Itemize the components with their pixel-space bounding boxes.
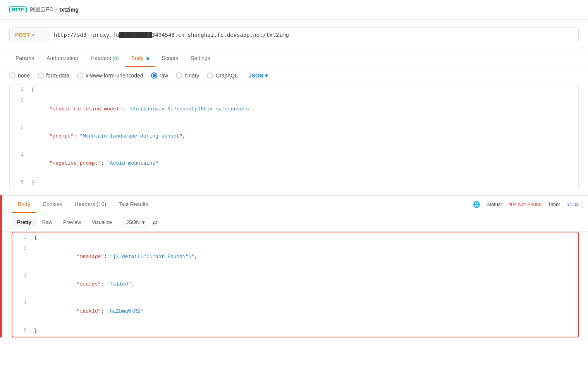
resp-val-message: "{\"detail\":\"Not Found\"}" <box>110 254 194 260</box>
tab-body[interactable]: Body <box>125 50 156 67</box>
time-label: Time: <box>548 201 560 207</box>
radio-graphql <box>207 72 213 79</box>
resp-code-line-5: 5 } <box>12 325 578 337</box>
globe-icon: 🌐 <box>473 201 480 208</box>
code-line-2: 2 "stable_diffusion_model": "chilloutmix… <box>10 96 578 123</box>
breadcrumb-parent[interactable]: 阿里云FC <box>30 6 53 13</box>
request-body-editor[interactable]: 1 { 2 "stable_diffusion_model": "chillou… <box>9 84 579 189</box>
resp-code-line-2: 2 "message": "{\"detail\":\"Not Found\"}… <box>12 244 578 271</box>
code-line-4: 4 "negative_prompt": "Avoid mountains" <box>10 150 578 177</box>
body-dot <box>146 57 149 60</box>
resp-line-4-content: "taskId": "hLZbmqWkR2" <box>31 298 146 325</box>
body-type-graphql[interactable]: GraphQL <box>207 72 238 79</box>
http-badge: HTTP <box>9 6 27 13</box>
resp-key-message: "message" <box>77 254 104 260</box>
status-label: Status: <box>487 201 502 207</box>
tab-authorization[interactable]: Authorization <box>40 50 84 67</box>
body-type-raw[interactable]: raw <box>151 72 168 79</box>
resp-val-status: "failed" <box>107 281 131 287</box>
radio-raw <box>151 72 157 79</box>
code-line-5: 5 } <box>10 177 578 189</box>
json-format-selector[interactable]: JSON ▾ <box>249 72 268 79</box>
resp-key-status: "status" <box>77 281 101 287</box>
response-tab-body[interactable]: Body <box>12 196 36 213</box>
response-tab-headers[interactable]: Headers (10) <box>69 196 113 213</box>
request-tabs-section: Params Authorization Headers (9) Body Sc… <box>0 50 588 67</box>
chevron-down-icon: ▾ <box>32 33 34 37</box>
wrap-icon[interactable]: ⇄ <box>152 218 157 226</box>
radio-urlencoded <box>77 72 83 79</box>
code-line-1: 1 { <box>10 84 578 96</box>
val-negative-prompt: "Avoid mountains" <box>107 160 158 166</box>
response-section-wrapper: Body Cookies Headers (10) Test Results 🌐… <box>0 195 588 337</box>
json-format-label: JSON <box>249 72 263 79</box>
tab-headers[interactable]: Headers (9) <box>84 50 125 67</box>
resp-line-1-content: { <box>31 232 40 244</box>
breadcrumb: 阿里云FC / txt2img <box>30 6 79 13</box>
key-stable-diffusion: "stable_diffusion_model" <box>50 106 122 112</box>
tab-scripts[interactable]: Scripts <box>155 50 184 67</box>
val-prompt: "Mountain landscape during sunset" <box>80 133 182 139</box>
sub-tab-preview[interactable]: Preview <box>58 217 86 227</box>
key-prompt: "prompt" <box>50 133 74 139</box>
line-2-content: "stable_diffusion_model": "chilloutmix_N… <box>28 96 258 123</box>
sub-tab-pretty[interactable]: Pretty <box>12 217 37 227</box>
breadcrumb-separator: / <box>55 7 57 13</box>
resp-val-taskid: "hLZbmqWkR2" <box>107 308 143 314</box>
resp-line-num-5: 5 <box>12 325 31 336</box>
sub-tab-visualize[interactable]: Visualize <box>86 217 117 227</box>
resp-line-2-content: "message": "{\"detail\":\"Not Found\"}", <box>31 244 201 271</box>
response-meta: 🌐 Status: 404 Not Found Time: 54.0s <box>473 201 579 208</box>
line-4-content: "negative_prompt": "Avoid mountains" <box>28 150 162 177</box>
response-tabs: Body Cookies Headers (10) Test Results <box>12 196 154 213</box>
sub-tabs-bar: Pretty Raw Preview Visualize JSON ▾ ⇄ <box>2 213 588 232</box>
response-section: Body Cookies Headers (10) Test Results 🌐… <box>2 195 588 337</box>
body-type-urlencoded[interactable]: x-www-form-urlencoded <box>77 72 143 79</box>
left-accent <box>0 195 2 337</box>
radio-none <box>9 72 15 79</box>
resp-line-num-1: 1 <box>12 232 31 243</box>
resp-code-line-3: 3 "status": "failed", <box>12 271 578 298</box>
response-headers-badge: (10) <box>96 201 106 207</box>
response-tab-test-results[interactable]: Test Results <box>112 196 154 213</box>
time-value: 54.0s <box>566 201 579 207</box>
resp-line-5-content: } <box>31 325 40 337</box>
body-type-none[interactable]: none <box>9 72 30 79</box>
response-format-selector[interactable]: JSON ▾ <box>122 217 149 227</box>
body-type-binary[interactable]: binary <box>176 72 199 79</box>
line-num-1: 1 <box>10 84 28 95</box>
body-type-form-data[interactable]: form-data <box>38 72 69 79</box>
tab-params[interactable]: Params <box>9 50 40 67</box>
body-type-binary-label: binary <box>184 72 199 79</box>
response-tab-cookies[interactable]: Cookies <box>36 196 69 213</box>
json-chevron-icon: ▾ <box>265 72 268 79</box>
body-type-raw-label: raw <box>160 72 168 79</box>
line-num-5: 5 <box>10 177 28 188</box>
format-chevron-icon: ▾ <box>142 219 145 225</box>
line-5-content: } <box>28 177 38 189</box>
url-input[interactable] <box>48 28 578 42</box>
header: HTTP 阿里云FC / txt2img <box>0 0 588 20</box>
response-body-editor: 1 { 2 "message": "{\"detail\":\"Not Foun… <box>12 232 579 337</box>
radio-binary <box>176 72 182 79</box>
line-num-3: 3 <box>10 123 28 133</box>
method-selector[interactable]: POST ▾ <box>10 28 48 42</box>
line-num-2: 2 <box>10 96 28 106</box>
resp-code-line-1: 1 { <box>12 232 578 244</box>
resp-line-num-2: 2 <box>12 244 31 254</box>
body-type-urlencoded-label: x-www-form-urlencoded <box>86 72 143 79</box>
status-value: 404 Not Found <box>508 201 542 207</box>
val-stable-diffusion: "chilloutmix_NiPrunedFp16Fix.safetensors… <box>128 106 252 112</box>
resp-line-num-4: 4 <box>12 298 31 308</box>
radio-form-data <box>38 72 44 79</box>
request-tabs: Params Authorization Headers (9) Body Sc… <box>9 50 579 67</box>
line-3-content: "prompt": "Mountain landscape during sun… <box>28 123 189 150</box>
method-label: POST <box>15 32 30 38</box>
tab-settings[interactable]: Settings <box>184 50 217 67</box>
code-line-3: 3 "prompt": "Mountain landscape during s… <box>10 123 578 150</box>
sub-tab-raw[interactable]: Raw <box>37 217 58 227</box>
url-bar-section: POST ▾ <box>0 20 588 50</box>
resp-code-line-4: 4 "taskId": "hLZbmqWkR2" <box>12 298 578 325</box>
resp-key-taskid: "taskId" <box>77 308 101 314</box>
body-type-graphql-label: GraphQL <box>215 72 238 79</box>
